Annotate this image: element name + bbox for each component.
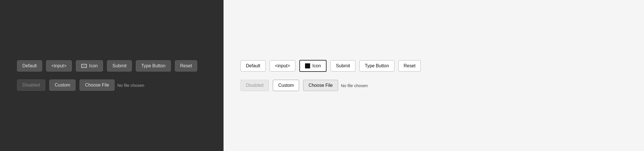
dark-custom-button[interactable]: Custom	[49, 79, 76, 91]
square-icon	[305, 63, 310, 68]
light-icon-button[interactable]: Icon	[299, 60, 327, 72]
light-row-1: Default <input> Icon Submit Type Button …	[241, 60, 627, 72]
light-no-file-text: No file chosen	[341, 83, 368, 88]
light-typebutton-button[interactable]: Type Button	[359, 60, 394, 72]
dark-icon-button[interactable]: Icon	[76, 60, 103, 72]
light-default-button[interactable]: Default	[241, 60, 266, 72]
dark-submit-button[interactable]: Submit	[107, 60, 132, 72]
dark-icon-button-label: Icon	[89, 63, 98, 68]
dark-choosefile-button[interactable]: Choose File	[80, 79, 114, 91]
envelope-icon	[81, 64, 87, 68]
light-custom-button[interactable]: Custom	[273, 80, 299, 91]
dark-typebutton-button[interactable]: Type Button	[136, 60, 171, 72]
dark-panel: Default <input> Icon Submit Type Button …	[0, 0, 224, 151]
dark-file-input-label: Choose File No file chosen	[80, 79, 144, 91]
dark-row-2: Disabled Custom Choose File No file chos…	[17, 79, 207, 91]
dark-input-button[interactable]: <input>	[46, 60, 72, 72]
dark-disabled-button: Disabled	[17, 79, 45, 91]
light-reset-button[interactable]: Reset	[398, 60, 421, 72]
dark-no-file-text: No file chosen	[117, 83, 144, 88]
light-icon-button-label: Icon	[312, 63, 321, 68]
dark-default-button[interactable]: Default	[17, 60, 42, 72]
dark-row-1: Default <input> Icon Submit Type Button …	[17, 60, 207, 72]
light-panel: Default <input> Icon Submit Type Button …	[224, 0, 644, 151]
light-row-2: Disabled Custom Choose File No file chos…	[241, 80, 627, 91]
dark-reset-button[interactable]: Reset	[175, 60, 198, 72]
light-input-button[interactable]: <input>	[270, 60, 295, 72]
light-disabled-button: Disabled	[241, 80, 269, 91]
light-file-input-label: Choose File No file chosen	[303, 80, 368, 91]
light-choosefile-button[interactable]: Choose File	[303, 80, 338, 91]
light-submit-button[interactable]: Submit	[330, 60, 355, 72]
